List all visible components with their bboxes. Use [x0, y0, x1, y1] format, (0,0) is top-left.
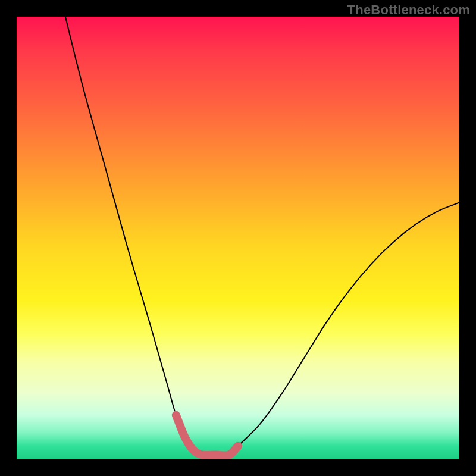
- chart-svg: [17, 17, 459, 459]
- bottleneck-curve-line: [65, 17, 459, 456]
- flat-bottom-highlight: [176, 415, 238, 456]
- watermark-text: TheBottleneck.com: [347, 2, 470, 18]
- chart-area: [17, 17, 459, 459]
